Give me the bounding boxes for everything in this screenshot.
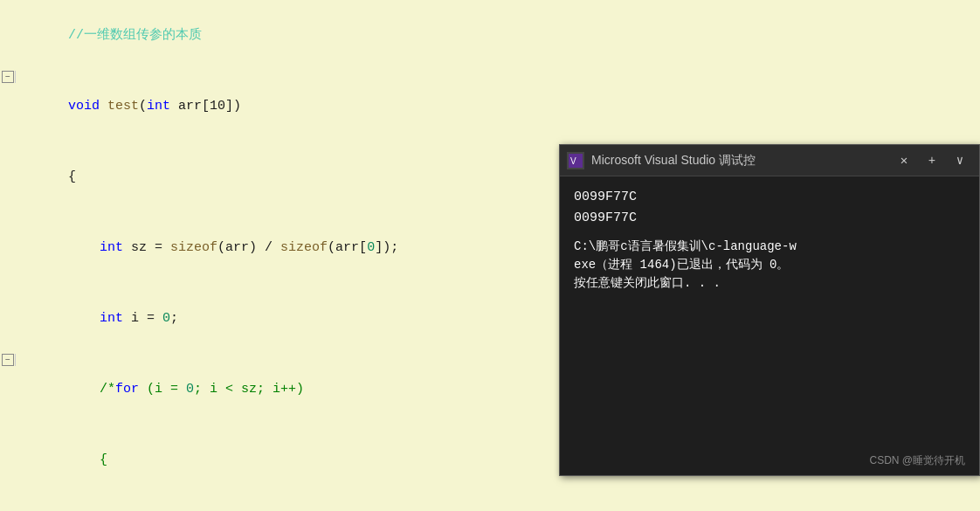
console-plus-button[interactable]: + (920, 150, 944, 171)
kw-int-param: int (147, 99, 170, 114)
console-window: V Microsoft Visual Studio 调试控 ✕ + ∨ 0099… (559, 144, 980, 476)
code-editor: //一维数组传参的本质 − void test(int arr[10]) { i… (0, 0, 559, 511)
kw-int-i: int (100, 311, 123, 326)
console-path-line2: exe（进程 1464)已退出，代码为 0。 (574, 256, 965, 274)
code-line-3: { (0, 142, 559, 212)
code-line-5: int i = 0; (0, 283, 559, 354)
console-footer: CSDN @睡觉待开机 (560, 450, 979, 475)
fold-gutter-6[interactable]: − (0, 354, 16, 366)
line-content-1: //一维数组传参的本质 (19, 0, 559, 71)
fn-test: test (107, 99, 139, 114)
kw-void: void (68, 99, 100, 114)
kw-int-sz: int (100, 240, 123, 255)
code-line-8: printf("%d ", arr[i]); (0, 495, 559, 511)
console-addr1: 0099F77C (574, 187, 965, 208)
console-path-line3: 按任意键关闭此窗口. . . (574, 274, 965, 293)
line-content-4: int sz = sizeof(arr) / sizeof(arr[0]); (19, 212, 559, 283)
line-content-3: { (19, 142, 559, 212)
console-addr2: 0099F77C (574, 208, 965, 229)
line-content-8: printf("%d ", arr[i]); (19, 495, 559, 511)
svg-text:V: V (570, 156, 576, 166)
fold-gutter-2[interactable]: − (0, 71, 16, 83)
console-close-button[interactable]: ✕ (892, 150, 916, 171)
console-footer-text: CSDN @睡觉待开机 (869, 454, 965, 466)
console-path-line1: C:\鹏哥c语言暑假集训\c-language-w (574, 238, 965, 256)
code-line-4: int sz = sizeof(arr) / sizeof(arr[0]); (0, 212, 559, 283)
code-line-7: { (0, 425, 559, 495)
vs-logo-icon: V (569, 154, 583, 168)
vs-icon: V (567, 152, 584, 169)
console-path: C:\鹏哥c语言暑假集训\c-language-w exe（进程 1464)已退… (574, 238, 965, 293)
fold-icon-2[interactable]: − (2, 71, 14, 83)
console-titlebar: V Microsoft Visual Studio 调试控 ✕ + ∨ (560, 145, 979, 176)
line-content-7: { (19, 425, 559, 495)
console-content: 0099F77C 0099F77C C:\鹏哥c语言暑假集训\c-languag… (560, 176, 979, 450)
code-line-2: − void test(int arr[10]) (0, 71, 559, 142)
comment-text-1: //一维数组传参的本质 (68, 28, 202, 43)
console-title: Microsoft Visual Studio 调试控 (591, 153, 892, 169)
console-chevron-button[interactable]: ∨ (948, 150, 972, 171)
line-content-5: int i = 0; (19, 283, 559, 354)
code-line-1: //一维数组传参的本质 (0, 0, 559, 71)
fold-icon-6[interactable]: − (2, 354, 14, 366)
line-content-2: void test(int arr[10]) (19, 71, 559, 142)
code-line-6: − /*for (i = 0; i < sz; i++) (0, 354, 559, 425)
line-content-6: /*for (i = 0; i < sz; i++) (19, 354, 559, 425)
console-buttons: ✕ + ∨ (892, 150, 972, 171)
